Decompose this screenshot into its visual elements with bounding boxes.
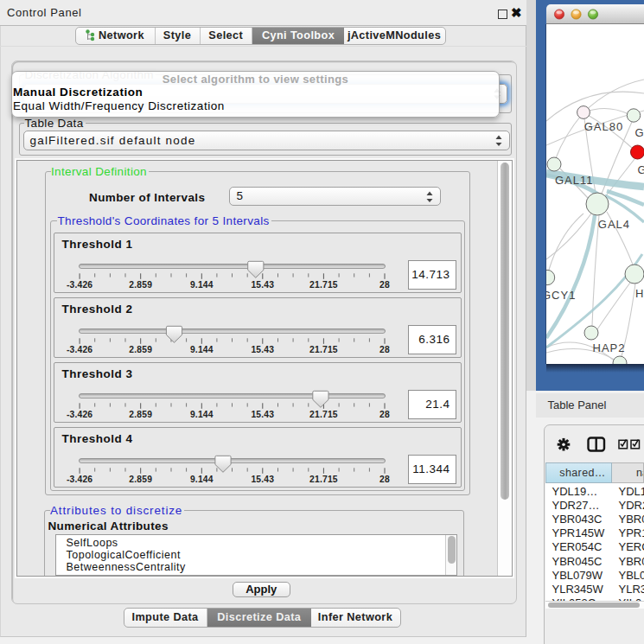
svg-text:28: 28 (379, 475, 390, 484)
svg-text:H: H (635, 287, 644, 300)
svg-text:9.144: 9.144 (189, 280, 213, 290)
svg-text:21.715: 21.715 (309, 475, 338, 484)
svg-text:-3.426: -3.426 (66, 475, 92, 484)
svg-text:GCY1: GCY1 (546, 289, 576, 302)
svg-text:GAL11: GAL11 (555, 174, 594, 187)
svg-text:15.43: 15.43 (251, 410, 274, 419)
svg-text:21.715: 21.715 (309, 280, 338, 290)
svg-text:HAP2: HAP2 (592, 341, 625, 354)
svg-text:GAL4: GAL4 (597, 218, 629, 231)
svg-text:9.144: 9.144 (189, 475, 213, 484)
svg-text:21.715: 21.715 (309, 410, 338, 419)
svg-text:2.859: 2.859 (129, 475, 152, 484)
svg-text:-3.426: -3.426 (66, 280, 92, 290)
svg-text:15.43: 15.43 (251, 280, 274, 290)
svg-text:GA: GA (634, 126, 644, 139)
svg-text:9.144: 9.144 (189, 410, 213, 419)
svg-text:9.144: 9.144 (189, 345, 213, 354)
svg-text:15.43: 15.43 (251, 345, 274, 354)
svg-text:21.715: 21.715 (309, 345, 338, 354)
svg-text:28: 28 (379, 410, 390, 419)
svg-text:-3.426: -3.426 (66, 345, 92, 354)
svg-text:2.859: 2.859 (129, 280, 152, 290)
svg-text:-3.426: -3.426 (66, 410, 92, 419)
svg-text:2.859: 2.859 (129, 410, 152, 419)
svg-text:G: G (637, 163, 644, 176)
svg-text:2.859: 2.859 (129, 345, 152, 354)
svg-text:28: 28 (379, 280, 390, 290)
svg-text:15.43: 15.43 (251, 475, 274, 484)
svg-text:GAL80: GAL80 (583, 120, 622, 133)
svg-text:28: 28 (379, 345, 390, 354)
